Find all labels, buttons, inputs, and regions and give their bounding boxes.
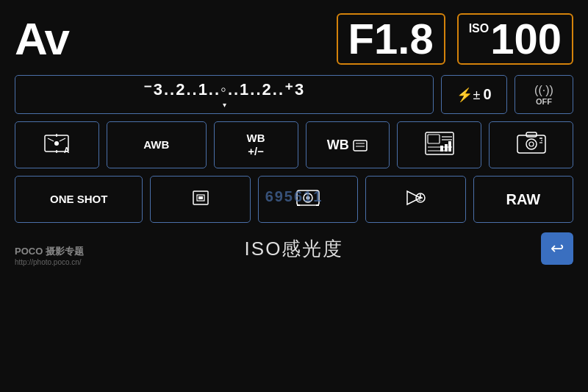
- poco-text: POCO 摄影专题: [15, 245, 84, 258]
- aperture-box: F1.8: [337, 13, 445, 65]
- metering-icon: A: [43, 132, 70, 154]
- drive-mode-svg: 2: [401, 187, 429, 209]
- poco-url: http://photo.poco.cn/: [15, 258, 84, 266]
- picture-style-cell[interactable]: [397, 121, 481, 168]
- iso-box: ISO 100: [457, 13, 573, 65]
- wb-bracket-icon: WB: [327, 138, 368, 153]
- bottom-bar: POCO 摄影专题 http://photo.poco.cn/ ISO感光度 ↩: [15, 230, 573, 265]
- exposure-scale-box[interactable]: ⁻3..2..1..◦..1..2..⁺3 ▾: [15, 75, 434, 114]
- one-shot-cell[interactable]: ONE SHOT: [15, 176, 143, 223]
- svg-point-5: [54, 141, 59, 146]
- svg-text:A: A: [64, 146, 69, 154]
- svg-rect-11: [428, 135, 440, 143]
- af-point-cell[interactable]: [150, 176, 250, 223]
- exposure-marker: ▾: [26, 101, 423, 109]
- svg-line-3: [48, 138, 54, 141]
- settings-row-2: ONE SHOT: [15, 176, 573, 223]
- picture-style-icon: [424, 131, 455, 159]
- camera-settings-icon: [516, 131, 547, 159]
- svg-rect-28: [198, 196, 203, 199]
- svg-point-31: [306, 196, 309, 200]
- mode-label: Av: [15, 16, 68, 62]
- svg-rect-17: [448, 141, 451, 152]
- camera-settings-cell[interactable]: [489, 121, 573, 168]
- af-point-icon: [187, 187, 214, 212]
- wifi-icon: ((·)): [534, 84, 553, 97]
- exposure-row: ⁻3..2..1..◦..1..2..⁺3 ▾ ⚡± 0 ((·)) OFF: [15, 75, 573, 114]
- iso-value: 100: [490, 18, 562, 60]
- live-view-icon: [295, 187, 321, 212]
- metering-mode-cell[interactable]: A: [15, 121, 99, 168]
- af-point-svg: [187, 187, 214, 209]
- settings-row-1: A AWB WB+/− WB: [15, 121, 573, 168]
- svg-line-4: [60, 138, 65, 141]
- white-balance-cell[interactable]: AWB: [107, 121, 207, 168]
- iso-prefix: ISO: [469, 22, 490, 35]
- back-arrow-icon: ↩: [551, 239, 564, 258]
- flash-comp-box[interactable]: ⚡± 0: [441, 75, 507, 114]
- camera-settings-svg: [516, 131, 547, 156]
- wb-shift-label: WB+/−: [247, 132, 265, 158]
- top-row: Av F1.8 ISO 100: [15, 13, 573, 65]
- svg-rect-20: [526, 132, 537, 137]
- awb-label: AWB: [143, 138, 169, 152]
- poco-branding: POCO 摄影专题 http://photo.poco.cn/: [15, 245, 84, 266]
- one-shot-label: ONE SHOT: [50, 193, 107, 206]
- wb-bracket-cell[interactable]: WB: [306, 121, 390, 168]
- picture-style-svg: [424, 131, 455, 156]
- flash-value: 0: [483, 86, 491, 103]
- exposure-scale-text: ⁻3..2..1..◦..1..2..⁺3: [26, 80, 423, 99]
- wifi-content: ((·)) OFF: [534, 84, 553, 106]
- svg-rect-16: [445, 144, 448, 152]
- iso-bottom-label: ISO感光度: [245, 236, 344, 262]
- drive-mode-cell[interactable]: 2: [365, 176, 465, 223]
- raw-cell[interactable]: RAW: [473, 176, 573, 223]
- bracket-icon: [352, 139, 368, 152]
- back-button[interactable]: ↩: [541, 232, 573, 265]
- svg-rect-18: [440, 146, 443, 152]
- raw-label: RAW: [506, 190, 540, 208]
- live-view-cell[interactable]: [258, 176, 358, 223]
- drive-mode-icon: 2: [401, 187, 429, 212]
- flash-icon: ⚡±: [456, 87, 480, 103]
- wb-shift-cell[interactable]: WB+/−: [214, 121, 298, 168]
- aperture-value: F1.8: [348, 18, 434, 60]
- svg-point-21: [526, 139, 537, 149]
- wifi-off-label: OFF: [534, 97, 553, 106]
- wifi-box[interactable]: ((·)) OFF: [514, 75, 573, 114]
- live-view-svg: [295, 187, 321, 209]
- camera-lcd-screen: 695611 Av F1.8 ISO 100 ⁻3..2..1..◦..1..2…: [0, 0, 588, 392]
- svg-rect-7: [354, 140, 367, 151]
- svg-point-22: [529, 142, 534, 146]
